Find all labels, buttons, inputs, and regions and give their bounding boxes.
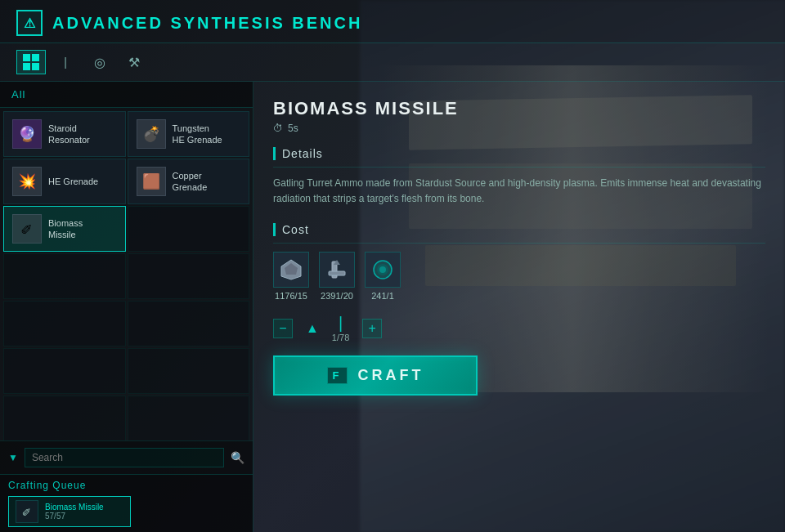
cost-divider xyxy=(273,243,765,244)
qty-count: 1/78 xyxy=(332,333,349,342)
item-icon-biomass: ✏ xyxy=(12,214,42,244)
right-panel: BIOMASS MISSILE ⏱ 5s Details Gatling Tur… xyxy=(253,82,785,532)
cost-icon-stone xyxy=(273,252,309,288)
cost-item-plasma: 241/1 xyxy=(365,252,401,301)
queue-progress: 57/57 xyxy=(45,512,123,521)
item-card-empty-7[interactable] xyxy=(3,253,126,299)
cost-item-metal: 2391/20 xyxy=(319,252,355,301)
svg-point-7 xyxy=(379,266,386,273)
item-label-biomass: BiomassMissile xyxy=(48,217,83,241)
queue-item-name: Biomass Missile xyxy=(45,503,123,512)
cost-section: Cost 1176/15 xyxy=(273,223,765,301)
item-time: ⏱ 5s xyxy=(273,123,765,134)
craft-label: CRAFT xyxy=(357,367,424,384)
item-card-he-grenade[interactable]: 💥 HE Grenade xyxy=(3,159,126,204)
cost-icon-plasma xyxy=(365,252,401,288)
search-magnifier-icon: 🔍 xyxy=(231,451,244,464)
header: ⚠ ADVANCED SYNTHESIS BENCH xyxy=(0,0,785,43)
search-input[interactable] xyxy=(25,448,224,467)
item-card-empty-6[interactable] xyxy=(128,206,250,252)
item-icon-tungsten: 💣 xyxy=(137,119,166,149)
item-card-empty-9[interactable] xyxy=(3,301,126,346)
item-label-copper: CopperGrenade xyxy=(173,170,208,194)
tab-all[interactable] xyxy=(16,50,46,74)
item-card-empty-12[interactable] xyxy=(128,348,250,394)
left-panel: All 🔮 StaroidResonator 💣 TungstenHE Gren… xyxy=(0,82,253,532)
cost-value-stone: 1176/15 xyxy=(275,291,307,301)
main-container: ⚠ ADVANCED SYNTHESIS BENCH | ◎ ⚒ All xyxy=(0,0,785,532)
details-section-header: Details xyxy=(273,147,765,160)
queue-item-icon: ✏ xyxy=(16,500,38,523)
items-grid: 🔮 StaroidResonator 💣 TungstenHE Grenade … xyxy=(0,108,253,440)
tab-tools[interactable]: ⚒ xyxy=(119,50,149,74)
crafting-queue: Crafting Queue ✏ Biomass Missile 57/57 xyxy=(0,474,253,532)
svg-rect-3 xyxy=(329,271,345,275)
craft-button[interactable]: F CRAFT xyxy=(273,355,478,396)
item-card-copper-grenade[interactable]: 🟫 CopperGrenade xyxy=(128,159,250,204)
queue-item-info: Biomass Missile 57/57 xyxy=(45,503,123,521)
item-card-staroid-resonator[interactable]: 🔮 StaroidResonator xyxy=(3,111,126,157)
category-label: All xyxy=(11,88,25,101)
cost-value-plasma: 241/1 xyxy=(371,291,394,301)
item-card-empty-11[interactable] xyxy=(3,348,126,394)
time-icon: ⏱ xyxy=(273,123,283,134)
cost-items: 1176/15 2391/20 xyxy=(273,252,765,301)
qty-display: ▲ xyxy=(306,321,319,336)
detail-item-title: BIOMASS MISSILE xyxy=(273,98,765,119)
content-area: All 🔮 StaroidResonator 💣 TungstenHE Gren… xyxy=(0,82,785,532)
cost-section-header: Cost xyxy=(273,223,765,236)
item-card-empty-10[interactable] xyxy=(128,301,250,346)
category-header: All xyxy=(0,82,253,108)
cost-value-metal: 2391/20 xyxy=(321,291,353,301)
queue-title: Crafting Queue xyxy=(8,480,244,491)
header-title: ADVANCED SYNTHESIS BENCH xyxy=(52,14,362,33)
item-card-tungsten-grenade[interactable]: 💣 TungstenHE Grenade xyxy=(128,111,250,157)
section-bar-details xyxy=(273,147,276,160)
item-card-biomass-missile[interactable]: ✏ BiomassMissile xyxy=(3,206,126,252)
item-icon-staroid: 🔮 xyxy=(12,119,42,149)
warning-icon: ⚠ xyxy=(24,16,35,31)
cost-item-stone: 1176/15 xyxy=(273,252,309,301)
item-label-he: HE Grenade xyxy=(48,176,98,187)
cost-icon-metal xyxy=(319,252,355,288)
details-section-title: Details xyxy=(282,147,323,160)
qty-arrow-icon: ▲ xyxy=(306,321,319,336)
grenade-icon: ◎ xyxy=(94,55,105,70)
tabs-row: | ◎ ⚒ xyxy=(0,43,785,82)
tab-grenades[interactable]: ◎ xyxy=(85,50,114,74)
item-card-empty-8[interactable] xyxy=(128,253,250,299)
time-value: 5s xyxy=(288,123,298,134)
filter-icon: ▼ xyxy=(8,452,18,463)
item-icon-he: 💥 xyxy=(12,167,42,196)
cost-section-title: Cost xyxy=(282,223,309,236)
quantity-row: − ▲ | 1/78 + xyxy=(273,314,765,342)
grid-icon xyxy=(23,54,39,70)
wrench-icon: ⚒ xyxy=(128,55,140,70)
quantity-value: | xyxy=(339,314,343,333)
qty-decrease-button[interactable]: − xyxy=(273,319,293,338)
item-icon-copper: 🟫 xyxy=(137,167,166,196)
tab-weapons[interactable]: | xyxy=(51,50,80,74)
dagger-icon: | xyxy=(64,56,67,69)
header-icon: ⚠ xyxy=(16,10,43,36)
qty-increase-button[interactable]: + xyxy=(362,319,382,338)
item-card-empty-14[interactable] xyxy=(128,396,250,440)
search-bar: ▼ 🔍 xyxy=(0,440,253,474)
description-text: Gatling Turret Ammo made from Stardust S… xyxy=(273,176,765,207)
item-card-empty-13[interactable] xyxy=(3,396,126,440)
details-divider xyxy=(273,167,765,168)
section-bar-cost xyxy=(273,223,276,236)
item-label-tungsten: TungstenHE Grenade xyxy=(173,123,222,146)
item-label-staroid: StaroidResonator xyxy=(48,123,90,146)
craft-key: F xyxy=(327,367,348,384)
queue-item-biomass[interactable]: ✏ Biomass Missile 57/57 xyxy=(8,496,131,527)
